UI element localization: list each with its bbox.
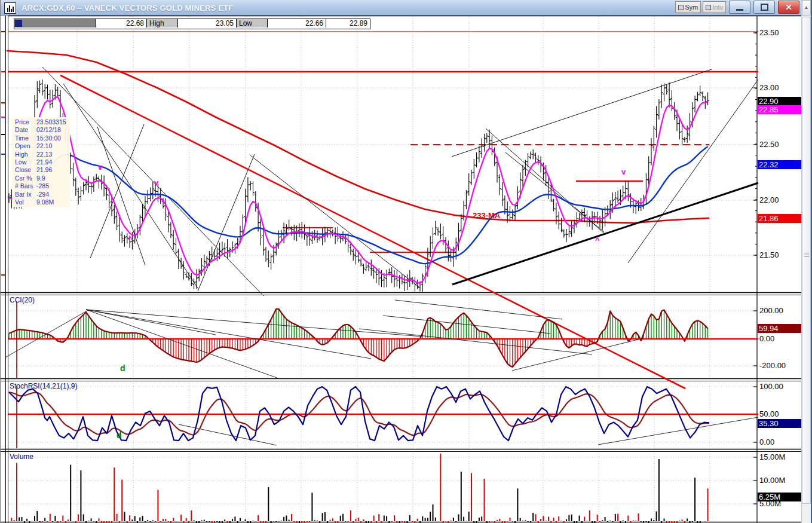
axis-label: 0.00 <box>759 334 774 343</box>
quote-value: 22.89 <box>326 19 370 27</box>
ma-233-label: 233-MA <box>473 211 500 220</box>
tooltip-value: 23.503315 <box>36 118 66 126</box>
tooltip-label: Vol <box>15 198 36 206</box>
quote-value: 23.05 <box>178 19 237 27</box>
volume-bars-up <box>9 459 700 523</box>
tooltip-row: Bar Ix-294 <box>15 191 70 198</box>
divergence-label-cci: d <box>120 363 125 373</box>
swing-marker: ^ <box>595 235 600 244</box>
tooltip-row: Time15:30:00 <box>15 134 70 142</box>
ema-slow-line <box>9 146 708 264</box>
tooltip-value: 9.08M <box>36 198 54 206</box>
axis-label: 0.00 <box>759 438 774 446</box>
axis-label: 21.50 <box>759 250 779 259</box>
trend-line <box>60 75 685 389</box>
tooltip-row: Price23.503315 <box>15 118 70 126</box>
value-badge: 59.94 <box>758 324 802 333</box>
tooltip-value: 22.13 <box>36 151 52 158</box>
axis-label: 10.00M <box>759 476 785 485</box>
tooltip-label: Csr % <box>15 175 36 182</box>
indicator-label-stochrsi: StochRSI(14,21(1),9) <box>10 382 77 390</box>
tooltip-row: Open22.10 <box>15 142 70 150</box>
trend-line <box>452 183 758 285</box>
tooltip-row: Vol9.08M <box>15 198 70 206</box>
trend-line <box>97 127 145 265</box>
tooltip-label: Time <box>15 134 36 142</box>
swing-marker: ^ <box>128 234 133 243</box>
tooltip-value: 15:30:00 <box>36 134 61 142</box>
axis-label: 50.00 <box>759 409 779 418</box>
cci-trend-line <box>395 300 562 319</box>
scrollbar-thumb[interactable] <box>802 17 811 504</box>
swing-marker: v <box>621 167 626 176</box>
quote-value: 22.68 <box>96 19 147 27</box>
value-badge: 6.25M <box>758 493 802 501</box>
cci-trend-line <box>86 310 371 359</box>
quote-field-label: Low <box>237 19 268 27</box>
tooltip-value: 21.94 <box>36 158 52 166</box>
divergence-label-stochrsi: d <box>117 430 122 440</box>
cci-positive-hatch <box>9 309 708 339</box>
tooltip-row: High22.13 <box>15 151 70 158</box>
tooltip-label: High <box>15 151 36 158</box>
quote-symbol-box <box>14 19 96 27</box>
quote-field-label: High <box>147 19 178 27</box>
indicator-label-cci: CCI(20) <box>10 296 35 304</box>
data-tooltip: Price23.503315Date02/12/18Time15:30:00Op… <box>12 117 70 207</box>
quote-bar: 22.68High23.05Low22.6622.89 <box>14 19 370 29</box>
quote-value: 22.66 <box>268 19 326 27</box>
tooltip-row: # Bars-285 <box>15 182 70 190</box>
value-badge: 22.85 <box>758 105 802 114</box>
axis-label: 15.00M <box>759 452 785 461</box>
chart-window: ARCX:GDX,60 – VANECK VECTORS GOLD MINERS… <box>0 0 812 523</box>
scrollbar-grip <box>804 253 809 258</box>
value-badge: 35.30 <box>758 419 802 428</box>
tooltip-value: 21.96 <box>36 166 52 174</box>
tooltip-label: Low <box>15 158 36 166</box>
tooltip-label: Price <box>15 118 36 126</box>
swing-marker: v <box>154 178 158 187</box>
tooltip-value: 02/12/18 <box>36 126 61 134</box>
volume-bars-down <box>11 454 707 523</box>
axis-label: 22.00 <box>759 195 779 204</box>
axis-label: 23.00 <box>759 83 779 92</box>
vertical-scrollbar[interactable]: ▲ <box>801 0 811 523</box>
tooltip-label: Bar Ix <box>15 191 36 198</box>
cci-trend-line <box>86 310 278 378</box>
trend-line <box>452 69 712 157</box>
chart-canvas <box>1 0 812 523</box>
trend-line <box>628 79 758 263</box>
tooltip-label: Date <box>15 126 36 134</box>
tooltip-row: Close21.96 <box>15 166 70 174</box>
tooltip-value: -285 <box>36 182 49 190</box>
tooltip-value: -294 <box>36 191 49 198</box>
tooltip-label: Close <box>15 166 36 174</box>
swing-marker: v <box>98 163 102 172</box>
scroll-up-arrow-icon[interactable]: ▲ <box>802 0 811 16</box>
axis-label: 200.00 <box>759 306 783 315</box>
symbol-chip <box>15 20 22 27</box>
tooltip-row: Low21.94 <box>15 158 70 166</box>
tooltip-row: Csr %9.9 <box>15 175 70 182</box>
axis-label: 22.50 <box>759 140 779 149</box>
value-badge: 22.90 <box>758 97 802 106</box>
tooltip-row: Date02/12/18 <box>15 126 70 134</box>
cci-trend-line <box>5 310 89 357</box>
tooltip-label: Open <box>15 142 36 150</box>
tooltip-label: # Bars <box>15 182 36 190</box>
axis-label: -200.00 <box>759 361 786 370</box>
cci-outline <box>9 309 708 367</box>
indicator-label-volume: Volume <box>10 452 33 461</box>
value-badge: 22.32 <box>758 160 802 169</box>
tooltip-value: 22.10 <box>36 142 52 150</box>
value-badge: 21.86 <box>758 214 802 223</box>
axis-label: 100.00 <box>759 382 783 391</box>
axis-label: 23.50 <box>759 28 779 37</box>
tooltip-value: 9.9 <box>36 175 45 182</box>
